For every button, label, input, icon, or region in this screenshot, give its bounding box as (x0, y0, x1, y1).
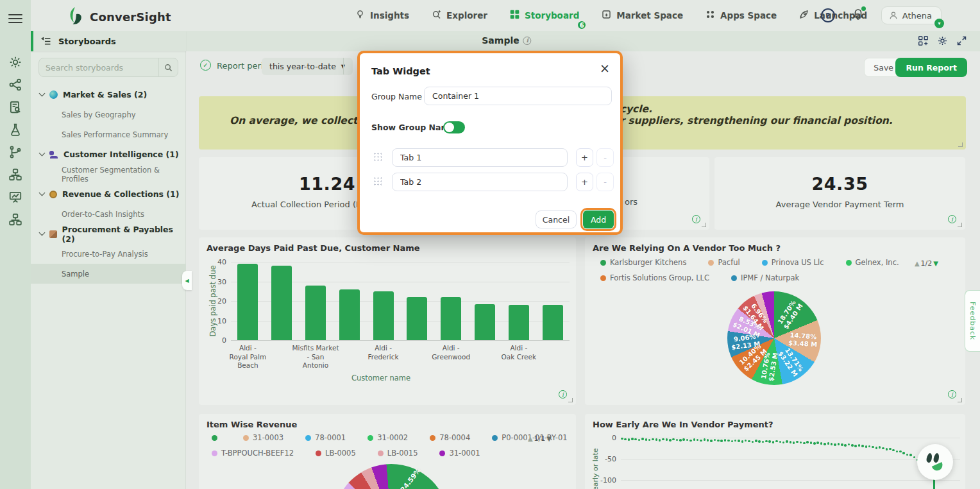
flow-icon[interactable] (8, 78, 22, 92)
tab1-name-input[interactable] (392, 148, 568, 167)
sidebar-collapse-handle[interactable]: ◀ (182, 271, 192, 290)
notifications-bell-icon[interactable] (852, 8, 865, 23)
branch-icon[interactable] (8, 145, 22, 159)
sidebar-item-order-to-cash-insights[interactable]: Order-to-Cash Insights (31, 204, 186, 224)
show-group-name-toggle[interactable] (443, 121, 465, 133)
legend-item[interactable]: T-BPPOUCH-BEEF12 (212, 449, 294, 458)
bar-5[interactable] (407, 297, 427, 340)
pager-up-icon[interactable]: ▲ (528, 435, 533, 442)
data-point (700, 440, 702, 442)
nav-item-market-space[interactable]: Market Space (601, 9, 683, 22)
legend-item[interactable] (212, 433, 221, 442)
bar-8[interactable] (509, 305, 529, 340)
remove-tab-button[interactable]: - (596, 173, 614, 191)
flask-icon[interactable] (8, 123, 22, 137)
add-tab-button[interactable]: + (576, 173, 593, 191)
drag-handle-icon[interactable] (373, 152, 382, 162)
legend-item[interactable]: LB-0005 (316, 449, 356, 458)
sidebar-group-market-sales-[interactable]: Market & Sales (2) (31, 85, 186, 105)
bar-3[interactable] (339, 289, 360, 340)
data-point (666, 438, 668, 441)
item-revenue-pie-chart[interactable] (334, 464, 449, 489)
tab2-name-input[interactable] (392, 173, 568, 191)
legend-dot (846, 260, 852, 266)
remove-tab-button[interactable]: - (596, 148, 614, 167)
title-info-icon[interactable]: i (523, 37, 532, 45)
add-tab-button[interactable]: + (576, 148, 593, 167)
add-button[interactable]: Add (583, 210, 614, 228)
legend-item[interactable]: 31-0002 (368, 433, 408, 442)
feedback-tab[interactable]: Feedback (965, 290, 980, 352)
data-point (838, 443, 840, 445)
doc-search-icon[interactable] (8, 100, 22, 114)
sitemap-icon[interactable] (8, 167, 22, 182)
pager-down-icon[interactable]: ▼ (933, 260, 938, 267)
settings-gear-icon[interactable] (937, 35, 948, 46)
data-point (682, 438, 685, 441)
search-input[interactable] (39, 63, 158, 73)
data-point (858, 444, 861, 447)
y-tick: -50 (605, 455, 616, 463)
group-name-input[interactable] (424, 87, 612, 105)
sidebar-item-sales-by-geography[interactable]: Sales by Geography (31, 105, 186, 124)
bar-4[interactable] (373, 291, 394, 340)
legend-label: 78-0004 (439, 433, 470, 442)
legend-item[interactable]: Fortis Solutions Group, LLC (600, 273, 709, 282)
sidebar-group-procurement-payables-[interactable]: Procurement & Payables (2) (31, 224, 186, 244)
brand-logo[interactable]: ConverSight (67, 6, 171, 28)
legend-item[interactable]: 78-0001 (305, 433, 346, 442)
nav-item-insights[interactable]: Insights (355, 9, 409, 22)
legend-label: IPMF / Naturpak (741, 273, 799, 282)
assistant-button[interactable] (917, 444, 953, 480)
run-report-button[interactable]: Run Report (895, 58, 967, 77)
info-icon[interactable]: i (559, 390, 567, 399)
bar-0[interactable] (237, 264, 258, 340)
add-widget-icon[interactable] (918, 35, 929, 46)
legend-item[interactable]: 31-0003 (243, 433, 283, 442)
expand-icon[interactable] (956, 35, 967, 46)
presentation-icon[interactable] (8, 190, 22, 204)
info-icon[interactable]: i (692, 215, 700, 223)
legend-item[interactable]: 78-0004 (430, 433, 470, 442)
search-icon[interactable] (158, 58, 178, 76)
legend-item[interactable]: IPMF / Naturpak (731, 273, 799, 282)
sidebar-item-sample[interactable]: Sample (31, 264, 186, 284)
sidebar-item-sales-performance-summary[interactable]: Sales Performance Summary (31, 124, 186, 144)
bar-6[interactable] (441, 297, 461, 340)
report-period-dropdown[interactable]: this year-to-date▼ (262, 58, 353, 75)
sidebar-item-procure-to-pay-analysis[interactable]: Procure-to-Pay Analysis (31, 244, 186, 264)
legend-item[interactable]: 31-0001 (439, 449, 480, 458)
nav-item-apps-space[interactable]: Apps Space (705, 9, 777, 22)
nav-item-storyboard[interactable]: Storyboard6 (509, 9, 579, 22)
gear-icon[interactable] (8, 55, 22, 69)
cancel-button[interactable]: Cancel (536, 210, 577, 228)
sidebar-item-customer-segmentation-profiles[interactable]: Customer Segmentation & Profiles (31, 164, 186, 184)
menu-icon[interactable] (8, 12, 22, 26)
nav-item-explorer[interactable]: Explorer (431, 9, 487, 22)
drag-handle-icon[interactable] (373, 176, 382, 186)
pager-down-icon[interactable]: ▼ (546, 435, 552, 442)
bar-9[interactable] (543, 305, 563, 340)
bar-2[interactable] (305, 286, 326, 340)
data-point (738, 440, 740, 442)
data-point (655, 438, 658, 441)
data-point (800, 442, 802, 444)
pager-up-icon[interactable]: ▲ (915, 260, 920, 267)
legend-item[interactable]: LB-0015 (378, 449, 418, 458)
user-menu[interactable]: Athena ▾ (881, 6, 942, 24)
data-point (648, 439, 651, 442)
nav-item-badge: 6 (577, 20, 587, 30)
legend-item[interactable]: Gelnex, Inc. (846, 258, 899, 267)
legend-item[interactable]: Pacful (708, 258, 739, 267)
bar-7[interactable] (475, 304, 495, 340)
close-icon[interactable]: × (600, 61, 610, 75)
sitemap2-icon[interactable] (8, 212, 22, 227)
legend-item[interactable]: Karlsburger Kitchens (600, 258, 686, 267)
info-icon[interactable]: i (948, 390, 956, 399)
legend-item[interactable]: Prinova US Llc (762, 258, 824, 267)
bar-1[interactable] (271, 266, 292, 340)
info-icon[interactable]: i (948, 215, 956, 223)
help-icon[interactable]: ? (821, 8, 835, 22)
sidebar-group-revenue-collections-[interactable]: Revenue & Collections (1) (31, 184, 186, 204)
sidebar-group-customer-intelligence-[interactable]: Customer Intelligence (1) (31, 144, 186, 164)
